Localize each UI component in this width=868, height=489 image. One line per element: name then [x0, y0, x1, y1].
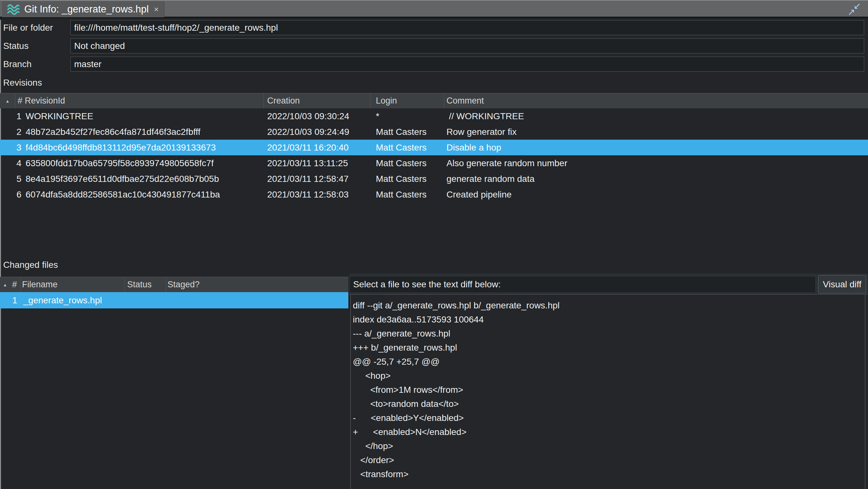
revisions-sort-indicator[interactable]: ▴: [0, 93, 16, 108]
revision-row[interactable]: 4635800fdd17b0a65795f58c8939749805658fc7…: [0, 155, 868, 171]
revisions-col-revisionid[interactable]: # RevisionId: [16, 93, 264, 108]
changed-files-col-status[interactable]: Status: [125, 277, 166, 292]
diff-line: <transform>: [353, 467, 865, 481]
file-or-folder-value: file:///home/matt/test-stuff/hop2/_gener…: [74, 23, 278, 33]
changed-files-sort-indicator[interactable]: ▴ #: [0, 277, 21, 292]
tab-close-icon[interactable]: ×: [154, 4, 158, 14]
revisions-col-comment[interactable]: Comment: [444, 93, 868, 108]
diff-line: + <enabled>N</enabled>: [353, 425, 865, 439]
git-waves-icon: [6, 3, 21, 16]
revision-row[interactable]: 1WORKINGTREE 2022/10/03 09:30:24 * // WO…: [0, 108, 868, 124]
file-or-folder-label: File or folder: [3, 20, 53, 35]
diff-prompt-label: Select a file to see the text diff below…: [350, 277, 815, 292]
diff-line: --- a/_generate_rows.hpl: [353, 327, 865, 341]
diff-line: <from>1M rows</from>: [353, 383, 865, 397]
revision-row[interactable]: 248b72a2b452f27fec86c4fa871df46f3ac2fbff…: [0, 124, 868, 140]
revisions-col-creation[interactable]: Creation: [264, 93, 371, 108]
branch-value: master: [74, 59, 102, 69]
changed-file-row-selected[interactable]: 1 _generate_rows.hpl: [0, 292, 348, 308]
diff-line: </hop>: [353, 439, 865, 453]
changed-files-section-label: Changed files: [3, 260, 58, 270]
branch-field[interactable]: master: [70, 57, 864, 71]
changed-files-col-staged[interactable]: Staged?: [166, 277, 348, 292]
diff-line: <to>random data</to>: [353, 397, 865, 411]
collapse-panel-icon[interactable]: ↙ ↗: [847, 2, 862, 17]
tab-bar: Git Info: _generate_rows.hpl × ↙ ↗: [0, 0, 868, 18]
revision-row-selected[interactable]: 3f4d84bc6d498ffdb813112d95e7da2013913367…: [0, 140, 868, 155]
git-info-window: Git Info: _generate_rows.hpl × ↙ ↗ File …: [0, 0, 868, 489]
tab-title: Git Info: _generate_rows.hpl: [24, 3, 149, 15]
revisions-table-header: ▴ # RevisionId Creation Login Comment: [0, 93, 868, 108]
revision-row[interactable]: 58e4a195f3697e6511d0dfbae275d22e608b7b05…: [0, 171, 868, 187]
diff-line: </order>: [353, 453, 865, 467]
visual-diff-button[interactable]: Visual diff: [818, 275, 866, 294]
changed-files-table-header: ▴ # Filename Status Staged?: [0, 277, 348, 292]
tab-git-info[interactable]: Git Info: _generate_rows.hpl ×: [2, 1, 164, 17]
status-label: Status: [3, 38, 28, 54]
changed-files-col-filename[interactable]: Filename: [21, 277, 125, 292]
status-field[interactable]: Not changed: [70, 38, 864, 53]
diff-text-area[interactable]: diff --git a/_generate_rows.hpl b/_gener…: [350, 295, 865, 489]
window-edge: [0, 20, 1, 489]
diff-line: - <enabled>Y</enabled>: [353, 411, 865, 425]
diff-line: +++ b/_generate_rows.hpl: [353, 341, 865, 355]
diff-line: <hop>: [353, 369, 865, 383]
branch-label: Branch: [3, 57, 32, 72]
diff-line: diff --git a/_generate_rows.hpl b/_gener…: [353, 299, 865, 313]
revisions-col-login[interactable]: Login: [371, 93, 444, 108]
file-or-folder-field[interactable]: file:///home/matt/test-stuff/hop2/_gener…: [70, 20, 864, 35]
status-value: Not changed: [74, 41, 125, 51]
revisions-section-label: Revisions: [3, 78, 42, 88]
diff-line: index de3a6aa..5173593 100644: [353, 313, 865, 327]
diff-line: @@ -25,7 +25,7 @@: [353, 355, 865, 369]
revision-row[interactable]: 66074dfa5a8dd82586581ac10c430491877c411b…: [0, 187, 868, 202]
